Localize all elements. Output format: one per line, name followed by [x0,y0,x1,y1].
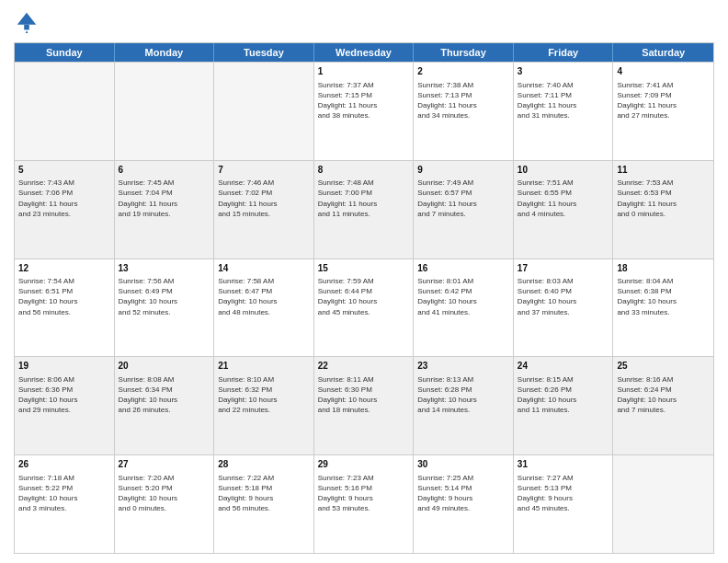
day-number: 25 [617,360,710,373]
cal-cell-4-1: 27Sunrise: 7:20 AM Sunset: 5:20 PM Dayli… [115,455,215,553]
cal-cell-2-2: 14Sunrise: 7:58 AM Sunset: 6:47 PM Dayli… [214,259,314,357]
cal-cell-2-4: 16Sunrise: 8:01 AM Sunset: 6:42 PM Dayli… [414,259,514,357]
calendar-body: 1Sunrise: 7:37 AM Sunset: 7:15 PM Daylig… [15,62,713,553]
day-number: 13 [119,262,210,275]
day-number: 3 [518,65,609,78]
cal-cell-2-3: 15Sunrise: 7:59 AM Sunset: 6:44 PM Dayli… [314,259,415,357]
cell-info: Sunrise: 7:43 AM Sunset: 7:06 PM Dayligh… [18,178,110,219]
cell-info: Sunrise: 7:37 AM Sunset: 7:15 PM Dayligh… [318,80,410,121]
cell-info: Sunrise: 7:40 AM Sunset: 7:11 PM Dayligh… [518,80,609,121]
day-number: 9 [417,164,509,177]
cell-info: Sunrise: 7:38 AM Sunset: 7:13 PM Dayligh… [417,80,509,121]
logo-icon: ▲ [14,9,40,35]
cell-info: Sunrise: 8:16 AM Sunset: 6:24 PM Dayligh… [617,374,710,416]
cal-cell-3-0: 19Sunrise: 8:06 AM Sunset: 6:36 PM Dayli… [15,357,115,454]
cell-info: Sunrise: 8:06 AM Sunset: 6:36 PM Dayligh… [18,374,110,416]
header-day-sunday: Sunday [15,43,115,62]
cal-cell-1-2: 7Sunrise: 7:46 AM Sunset: 7:02 PM Daylig… [214,161,314,259]
cell-info: Sunrise: 7:18 AM Sunset: 5:22 PM Dayligh… [18,473,110,514]
day-number: 27 [119,458,210,471]
page: ▲ SundayMondayTuesdayWednesdayThursdayFr… [0,0,728,563]
header-day-monday: Monday [115,43,215,62]
cell-info: Sunrise: 8:10 AM Sunset: 6:32 PM Dayligh… [218,374,310,416]
day-number: 26 [18,458,110,471]
cal-cell-0-5: 3Sunrise: 7:40 AM Sunset: 7:11 PM Daylig… [514,63,614,160]
cal-cell-2-5: 17Sunrise: 8:03 AM Sunset: 6:40 PM Dayli… [514,259,614,357]
cell-info: Sunrise: 7:22 AM Sunset: 5:18 PM Dayligh… [218,473,310,514]
cal-cell-1-5: 10Sunrise: 7:51 AM Sunset: 6:55 PM Dayli… [514,161,614,259]
day-number: 10 [518,164,609,177]
cell-info: Sunrise: 7:41 AM Sunset: 7:09 PM Dayligh… [617,80,710,121]
header-day-tuesday: Tuesday [214,43,314,62]
day-number: 31 [518,458,609,471]
cal-cell-3-5: 24Sunrise: 8:15 AM Sunset: 6:26 PM Dayli… [514,357,614,454]
cal-cell-0-4: 2Sunrise: 7:38 AM Sunset: 7:13 PM Daylig… [414,63,514,160]
cal-cell-4-3: 29Sunrise: 7:23 AM Sunset: 5:16 PM Dayli… [314,455,415,553]
cell-info: Sunrise: 7:58 AM Sunset: 6:47 PM Dayligh… [218,276,310,317]
day-number: 12 [18,262,110,275]
cal-cell-1-6: 11Sunrise: 7:53 AM Sunset: 6:53 PM Dayli… [613,161,713,259]
cell-info: Sunrise: 8:01 AM Sunset: 6:42 PM Dayligh… [417,276,509,317]
cal-cell-1-4: 9Sunrise: 7:49 AM Sunset: 6:57 PM Daylig… [414,161,514,259]
cell-info: Sunrise: 7:56 AM Sunset: 6:49 PM Dayligh… [119,276,210,317]
day-number: 20 [119,360,210,373]
cell-info: Sunrise: 8:04 AM Sunset: 6:38 PM Dayligh… [617,276,710,317]
cell-info: Sunrise: 8:03 AM Sunset: 6:40 PM Dayligh… [518,276,609,317]
cal-cell-4-6 [613,455,713,553]
cal-cell-0-3: 1Sunrise: 7:37 AM Sunset: 7:15 PM Daylig… [314,63,415,160]
cell-info: Sunrise: 7:45 AM Sunset: 7:04 PM Dayligh… [119,178,210,219]
day-number: 29 [318,458,410,471]
cell-info: Sunrise: 7:48 AM Sunset: 7:00 PM Dayligh… [318,178,410,219]
day-number: 18 [617,262,710,275]
day-number: 22 [318,360,410,373]
cal-cell-4-0: 26Sunrise: 7:18 AM Sunset: 5:22 PM Dayli… [15,455,115,553]
cell-info: Sunrise: 8:11 AM Sunset: 6:30 PM Dayligh… [318,374,410,416]
day-number: 6 [119,164,210,177]
cell-info: Sunrise: 7:54 AM Sunset: 6:51 PM Dayligh… [18,276,110,317]
calendar-row-2: 12Sunrise: 7:54 AM Sunset: 6:51 PM Dayli… [15,259,713,357]
day-number: 24 [518,360,609,373]
day-number: 19 [18,360,110,373]
day-number: 21 [218,360,310,373]
calendar-row-4: 26Sunrise: 7:18 AM Sunset: 5:22 PM Dayli… [15,454,713,553]
cal-cell-3-6: 25Sunrise: 8:16 AM Sunset: 6:24 PM Dayli… [613,357,713,454]
svg-marker-0 [17,13,37,25]
cal-cell-4-2: 28Sunrise: 7:22 AM Sunset: 5:18 PM Dayli… [214,455,314,553]
cal-cell-2-0: 12Sunrise: 7:54 AM Sunset: 6:51 PM Dayli… [15,259,115,357]
cal-cell-1-0: 5Sunrise: 7:43 AM Sunset: 7:06 PM Daylig… [15,161,115,259]
header-day-wednesday: Wednesday [314,43,415,62]
cell-info: Sunrise: 7:51 AM Sunset: 6:55 PM Dayligh… [518,178,609,219]
day-number: 11 [617,164,710,177]
logo: ▲ [14,9,43,35]
cal-cell-0-1 [115,63,215,160]
calendar-row-3: 19Sunrise: 8:06 AM Sunset: 6:36 PM Dayli… [15,356,713,454]
day-number: 17 [518,262,609,275]
day-number: 15 [318,262,410,275]
day-number: 1 [318,65,410,78]
cal-cell-4-4: 30Sunrise: 7:25 AM Sunset: 5:14 PM Dayli… [414,455,514,553]
cell-info: Sunrise: 7:20 AM Sunset: 5:20 PM Dayligh… [119,473,210,514]
cal-cell-3-1: 20Sunrise: 8:08 AM Sunset: 6:34 PM Dayli… [115,357,215,454]
day-number: 5 [18,164,110,177]
header-day-saturday: Saturday [613,43,713,62]
cell-info: Sunrise: 7:49 AM Sunset: 6:57 PM Dayligh… [417,178,509,219]
cell-info: Sunrise: 7:25 AM Sunset: 5:14 PM Dayligh… [417,473,509,514]
cal-cell-0-6: 4Sunrise: 7:41 AM Sunset: 7:09 PM Daylig… [613,63,713,160]
day-number: 8 [318,164,410,177]
day-number: 2 [417,65,509,78]
cal-cell-1-3: 8Sunrise: 7:48 AM Sunset: 7:00 PM Daylig… [314,161,415,259]
cell-info: Sunrise: 8:13 AM Sunset: 6:28 PM Dayligh… [417,374,509,416]
cell-info: Sunrise: 7:46 AM Sunset: 7:02 PM Dayligh… [218,178,310,219]
calendar-row-0: 1Sunrise: 7:37 AM Sunset: 7:15 PM Daylig… [15,62,713,160]
cell-info: Sunrise: 7:23 AM Sunset: 5:16 PM Dayligh… [318,473,410,514]
cal-cell-3-4: 23Sunrise: 8:13 AM Sunset: 6:28 PM Dayli… [414,357,514,454]
cell-info: Sunrise: 8:08 AM Sunset: 6:34 PM Dayligh… [119,374,210,416]
header-day-friday: Friday [514,43,614,62]
calendar: SundayMondayTuesdayWednesdayThursdayFrid… [14,42,714,554]
calendar-row-1: 5Sunrise: 7:43 AM Sunset: 7:06 PM Daylig… [15,160,713,259]
cell-info: Sunrise: 7:27 AM Sunset: 5:13 PM Dayligh… [518,473,609,514]
cell-info: Sunrise: 7:59 AM Sunset: 6:44 PM Dayligh… [318,276,410,317]
header-day-thursday: Thursday [414,43,514,62]
cal-cell-2-6: 18Sunrise: 8:04 AM Sunset: 6:38 PM Dayli… [613,259,713,357]
day-number: 14 [218,262,310,275]
